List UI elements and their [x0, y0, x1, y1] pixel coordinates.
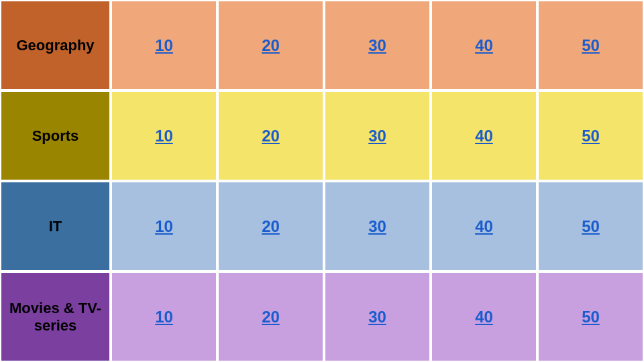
- value-link-sports-50[interactable]: 50: [582, 127, 600, 145]
- value-link-sports-10[interactable]: 10: [155, 127, 173, 145]
- value-link-geography-30[interactable]: 30: [368, 36, 386, 55]
- value-cell-movies---tv-series-20: 20: [217, 272, 324, 362]
- value-link-movies---tv-series-20[interactable]: 20: [262, 308, 280, 326]
- value-cell-movies---tv-series-40: 40: [431, 272, 537, 362]
- value-link-movies---tv-series-40[interactable]: 40: [475, 308, 493, 326]
- value-cell-sports-20: 20: [217, 90, 324, 181]
- value-link-movies---tv-series-10[interactable]: 10: [155, 308, 173, 326]
- value-cell-movies---tv-series-10: 10: [111, 272, 217, 362]
- value-cell-geography-10: 10: [111, 0, 217, 90]
- value-cell-geography-40: 40: [431, 0, 537, 90]
- value-cell-sports-50: 50: [537, 90, 644, 181]
- value-link-geography-50[interactable]: 50: [582, 36, 600, 55]
- value-link-it-50[interactable]: 50: [582, 217, 600, 236]
- value-link-movies---tv-series-50[interactable]: 50: [582, 308, 600, 326]
- value-cell-geography-20: 20: [217, 0, 324, 90]
- value-link-geography-10[interactable]: 10: [155, 36, 173, 55]
- value-cell-sports-40: 40: [431, 90, 537, 181]
- category-geography: Geography: [0, 0, 111, 90]
- value-cell-movies---tv-series-50: 50: [537, 272, 644, 362]
- value-link-it-10[interactable]: 10: [155, 217, 173, 236]
- value-cell-geography-30: 30: [324, 0, 431, 90]
- value-cell-geography-50: 50: [537, 0, 644, 90]
- value-cell-it-30: 30: [324, 181, 431, 272]
- value-link-sports-30[interactable]: 30: [368, 127, 386, 145]
- value-cell-movies---tv-series-30: 30: [324, 272, 431, 362]
- value-cell-sports-10: 10: [111, 90, 217, 181]
- value-link-it-30[interactable]: 30: [368, 217, 386, 236]
- value-link-movies---tv-series-30[interactable]: 30: [368, 308, 386, 326]
- value-link-sports-40[interactable]: 40: [475, 127, 493, 145]
- value-link-it-20[interactable]: 20: [262, 217, 280, 236]
- jeopardy-grid: Geography1020304050Sports1020304050IT102…: [0, 0, 644, 362]
- category-it: IT: [0, 181, 111, 272]
- value-cell-it-10: 10: [111, 181, 217, 272]
- value-link-sports-20[interactable]: 20: [262, 127, 280, 145]
- value-link-geography-20[interactable]: 20: [262, 36, 280, 55]
- value-cell-sports-30: 30: [324, 90, 431, 181]
- value-cell-it-20: 20: [217, 181, 324, 272]
- value-link-it-40[interactable]: 40: [475, 217, 493, 236]
- category-movies---tv-series: Movies & TV-series: [0, 272, 111, 362]
- category-sports: Sports: [0, 90, 111, 181]
- value-cell-it-40: 40: [431, 181, 537, 272]
- value-cell-it-50: 50: [537, 181, 644, 272]
- value-link-geography-40[interactable]: 40: [475, 36, 493, 55]
